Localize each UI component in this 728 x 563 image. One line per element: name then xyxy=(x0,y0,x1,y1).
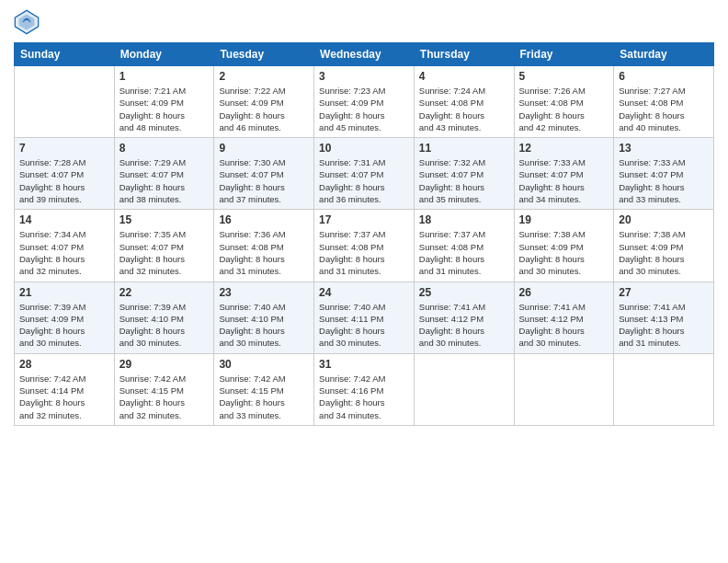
day-info: Sunrise: 7:33 AM Sunset: 4:07 PM Dayligh… xyxy=(519,156,609,205)
day-info: Sunrise: 7:38 AM Sunset: 4:09 PM Dayligh… xyxy=(519,228,609,277)
day-number: 16 xyxy=(219,213,309,226)
day-number: 30 xyxy=(219,358,309,371)
day-number: 1 xyxy=(119,70,210,83)
day-info: Sunrise: 7:38 AM Sunset: 4:09 PM Dayligh… xyxy=(619,228,709,277)
day-info: Sunrise: 7:23 AM Sunset: 4:09 PM Dayligh… xyxy=(319,85,409,133)
day-number: 11 xyxy=(419,142,509,155)
logo xyxy=(14,9,43,35)
day-cell: 25Sunrise: 7:41 AM Sunset: 4:12 PM Dayli… xyxy=(414,282,514,353)
day-cell: 20Sunrise: 7:38 AM Sunset: 4:09 PM Dayli… xyxy=(614,210,714,282)
day-cell: 8Sunrise: 7:29 AM Sunset: 4:07 PM Daylig… xyxy=(114,138,214,210)
day-cell: 30Sunrise: 7:42 AM Sunset: 4:15 PM Dayli… xyxy=(214,353,314,425)
day-info: Sunrise: 7:37 AM Sunset: 4:08 PM Dayligh… xyxy=(419,228,509,277)
day-info: Sunrise: 7:21 AM Sunset: 4:09 PM Dayligh… xyxy=(119,85,210,133)
weekday-header-wednesday: Wednesday xyxy=(314,43,415,66)
day-info: Sunrise: 7:42 AM Sunset: 4:15 PM Dayligh… xyxy=(119,373,210,421)
day-info: Sunrise: 7:42 AM Sunset: 4:15 PM Dayligh… xyxy=(219,373,309,421)
day-cell: 24Sunrise: 7:40 AM Sunset: 4:11 PM Dayli… xyxy=(314,282,415,353)
weekday-header-thursday: Thursday xyxy=(414,43,514,66)
day-cell xyxy=(414,353,514,425)
day-cell: 3Sunrise: 7:23 AM Sunset: 4:09 PM Daylig… xyxy=(314,66,415,138)
day-info: Sunrise: 7:33 AM Sunset: 4:07 PM Dayligh… xyxy=(619,156,709,205)
day-info: Sunrise: 7:28 AM Sunset: 4:07 PM Dayligh… xyxy=(19,156,109,205)
day-cell: 4Sunrise: 7:24 AM Sunset: 4:08 PM Daylig… xyxy=(414,66,514,138)
weekday-header-row: SundayMondayTuesdayWednesdayThursdayFrid… xyxy=(15,43,714,66)
day-info: Sunrise: 7:39 AM Sunset: 4:10 PM Dayligh… xyxy=(119,301,210,350)
day-cell: 12Sunrise: 7:33 AM Sunset: 4:07 PM Dayli… xyxy=(514,138,614,210)
day-number: 2 xyxy=(219,70,309,83)
day-cell: 21Sunrise: 7:39 AM Sunset: 4:09 PM Dayli… xyxy=(15,282,115,353)
day-info: Sunrise: 7:40 AM Sunset: 4:11 PM Dayligh… xyxy=(319,301,409,350)
day-info: Sunrise: 7:36 AM Sunset: 4:08 PM Dayligh… xyxy=(219,228,309,277)
day-info: Sunrise: 7:31 AM Sunset: 4:07 PM Dayligh… xyxy=(319,156,409,205)
header xyxy=(14,9,714,35)
day-info: Sunrise: 7:34 AM Sunset: 4:07 PM Dayligh… xyxy=(19,228,109,277)
weekday-header-monday: Monday xyxy=(114,43,214,66)
day-number: 6 xyxy=(619,70,709,83)
day-number: 17 xyxy=(319,213,409,226)
day-number: 27 xyxy=(619,286,709,299)
day-number: 15 xyxy=(119,213,210,226)
day-cell: 1Sunrise: 7:21 AM Sunset: 4:09 PM Daylig… xyxy=(114,66,214,138)
week-row-1: 7Sunrise: 7:28 AM Sunset: 4:07 PM Daylig… xyxy=(15,138,714,210)
day-cell xyxy=(15,66,115,138)
calendar-table: SundayMondayTuesdayWednesdayThursdayFrid… xyxy=(14,42,714,426)
day-number: 29 xyxy=(119,358,210,371)
day-number: 13 xyxy=(619,142,709,155)
day-number: 26 xyxy=(519,286,609,299)
day-cell: 11Sunrise: 7:32 AM Sunset: 4:07 PM Dayli… xyxy=(414,138,514,210)
day-cell: 16Sunrise: 7:36 AM Sunset: 4:08 PM Dayli… xyxy=(214,210,314,282)
day-number: 24 xyxy=(319,286,409,299)
day-number: 31 xyxy=(319,358,409,371)
day-cell xyxy=(614,353,714,425)
day-cell: 10Sunrise: 7:31 AM Sunset: 4:07 PM Dayli… xyxy=(314,138,415,210)
day-info: Sunrise: 7:42 AM Sunset: 4:14 PM Dayligh… xyxy=(19,373,109,421)
day-info: Sunrise: 7:29 AM Sunset: 4:07 PM Dayligh… xyxy=(119,156,210,205)
day-number: 7 xyxy=(19,142,109,155)
day-number: 19 xyxy=(519,213,609,226)
day-info: Sunrise: 7:41 AM Sunset: 4:12 PM Dayligh… xyxy=(419,301,509,350)
day-cell: 22Sunrise: 7:39 AM Sunset: 4:10 PM Dayli… xyxy=(114,282,214,353)
day-number: 23 xyxy=(219,286,309,299)
day-number: 12 xyxy=(519,142,609,155)
day-cell: 13Sunrise: 7:33 AM Sunset: 4:07 PM Dayli… xyxy=(614,138,714,210)
day-cell: 27Sunrise: 7:41 AM Sunset: 4:13 PM Dayli… xyxy=(614,282,714,353)
day-info: Sunrise: 7:32 AM Sunset: 4:07 PM Dayligh… xyxy=(419,156,509,205)
day-info: Sunrise: 7:22 AM Sunset: 4:09 PM Dayligh… xyxy=(219,85,309,133)
day-cell: 9Sunrise: 7:30 AM Sunset: 4:07 PM Daylig… xyxy=(214,138,314,210)
weekday-header-friday: Friday xyxy=(514,43,614,66)
day-number: 10 xyxy=(319,142,409,155)
day-number: 18 xyxy=(419,213,509,226)
day-number: 8 xyxy=(119,142,210,155)
weekday-header-sunday: Sunday xyxy=(15,43,115,66)
day-cell: 17Sunrise: 7:37 AM Sunset: 4:08 PM Dayli… xyxy=(314,210,415,282)
day-info: Sunrise: 7:24 AM Sunset: 4:08 PM Dayligh… xyxy=(419,85,509,133)
day-number: 3 xyxy=(319,70,409,83)
day-cell: 18Sunrise: 7:37 AM Sunset: 4:08 PM Dayli… xyxy=(414,210,514,282)
day-info: Sunrise: 7:26 AM Sunset: 4:08 PM Dayligh… xyxy=(519,85,609,133)
day-cell: 31Sunrise: 7:42 AM Sunset: 4:16 PM Dayli… xyxy=(314,353,415,425)
day-cell: 19Sunrise: 7:38 AM Sunset: 4:09 PM Dayli… xyxy=(514,210,614,282)
week-row-3: 21Sunrise: 7:39 AM Sunset: 4:09 PM Dayli… xyxy=(15,282,714,353)
day-info: Sunrise: 7:41 AM Sunset: 4:12 PM Dayligh… xyxy=(519,301,609,350)
weekday-header-saturday: Saturday xyxy=(614,43,714,66)
day-info: Sunrise: 7:39 AM Sunset: 4:09 PM Dayligh… xyxy=(19,301,109,350)
day-cell: 2Sunrise: 7:22 AM Sunset: 4:09 PM Daylig… xyxy=(214,66,314,138)
day-cell: 15Sunrise: 7:35 AM Sunset: 4:07 PM Dayli… xyxy=(114,210,214,282)
day-number: 5 xyxy=(519,70,609,83)
day-info: Sunrise: 7:40 AM Sunset: 4:10 PM Dayligh… xyxy=(219,301,309,350)
day-cell xyxy=(514,353,614,425)
logo-icon xyxy=(14,9,40,35)
day-info: Sunrise: 7:37 AM Sunset: 4:08 PM Dayligh… xyxy=(319,228,409,277)
page: SundayMondayTuesdayWednesdayThursdayFrid… xyxy=(0,0,728,563)
day-number: 4 xyxy=(419,70,509,83)
day-number: 20 xyxy=(619,213,709,226)
day-cell: 5Sunrise: 7:26 AM Sunset: 4:08 PM Daylig… xyxy=(514,66,614,138)
day-number: 28 xyxy=(19,358,109,371)
day-info: Sunrise: 7:27 AM Sunset: 4:08 PM Dayligh… xyxy=(619,85,709,133)
day-cell: 26Sunrise: 7:41 AM Sunset: 4:12 PM Dayli… xyxy=(514,282,614,353)
day-info: Sunrise: 7:41 AM Sunset: 4:13 PM Dayligh… xyxy=(619,301,709,350)
day-info: Sunrise: 7:30 AM Sunset: 4:07 PM Dayligh… xyxy=(219,156,309,205)
week-row-2: 14Sunrise: 7:34 AM Sunset: 4:07 PM Dayli… xyxy=(15,210,714,282)
day-cell: 7Sunrise: 7:28 AM Sunset: 4:07 PM Daylig… xyxy=(15,138,115,210)
